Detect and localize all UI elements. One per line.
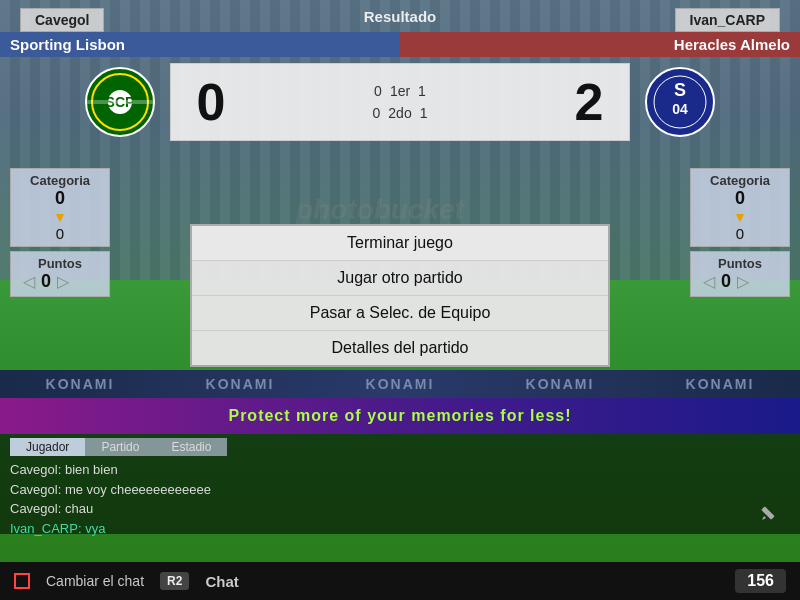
svg-text:S: S: [674, 80, 686, 100]
chat-button-label[interactable]: Chat: [205, 573, 238, 590]
r2-badge: R2: [160, 572, 189, 590]
top-bar: Cavegol Ivan_CARP: [0, 8, 800, 32]
chat-line-1: Cavegol: bien bien: [10, 460, 790, 480]
menu-item-detalles[interactable]: Detalles del partido: [192, 331, 608, 365]
categoria-right-arrow: ▼: [703, 209, 777, 225]
puntos-left-value: 0: [41, 271, 51, 292]
puntos-left-label: Puntos: [23, 256, 97, 271]
konami-label-1: KONAMI: [46, 376, 115, 392]
score-box: 0 0 1er 1 0 2do 1 2: [170, 63, 630, 141]
menu-item-jugar[interactable]: Jugar otro partido: [192, 261, 608, 296]
period1-label: 1er: [390, 80, 410, 102]
score-right: 2: [569, 72, 609, 132]
categoria-left-value1: 0: [23, 188, 97, 209]
ad-text: Protect more of your memories for less!: [228, 407, 571, 425]
puntos-right-value: 0: [721, 271, 731, 292]
puntos-block-left: Puntos ◁ 0 ▷: [10, 251, 110, 297]
chat-tab-jugador[interactable]: Jugador: [10, 438, 85, 456]
player-left-name: Cavegol: [20, 8, 104, 32]
svg-marker-9: [762, 516, 766, 520]
period2-right: 1: [420, 102, 428, 124]
counter-value: 156: [735, 569, 786, 593]
chat-line-4: Ivan_CARP: vya: [10, 519, 790, 539]
konami-label-2: KONAMI: [206, 376, 275, 392]
puntos-block-right: Puntos ◁ 0 ▷: [690, 251, 790, 297]
categoria-left-label: Categoria: [23, 173, 97, 188]
chat-tab-partido[interactable]: Partido: [85, 438, 155, 456]
score-section: SCP 0 0 1er 1 0 2do 1 2 S 04: [80, 62, 720, 142]
chat-tab-estadio[interactable]: Estadio: [155, 438, 227, 456]
chat-line-2: Cavegol: me voy cheeeeeeeeeeee: [10, 480, 790, 500]
chat-icon: [14, 573, 30, 589]
ad-banner: Protect more of your memories for less!: [0, 398, 800, 434]
chat-area: Jugador Partido Estadio Cavegol: bien bi…: [0, 434, 800, 534]
team-right-name: Heracles Almelo: [400, 32, 800, 57]
stat-block-right: Categoria 0 ▼ 0: [690, 168, 790, 247]
game-menu: Terminar juego Jugar otro partido Pasar …: [190, 224, 610, 367]
team-left-logo: SCP: [80, 62, 160, 142]
puntos-right-label: Puntos: [703, 256, 777, 271]
period2-left: 0: [373, 102, 381, 124]
menu-item-terminar[interactable]: Terminar juego: [192, 226, 608, 261]
pencil-icon: [760, 500, 782, 522]
period-scores: 0 1er 1 0 2do 1: [251, 80, 549, 125]
team-header: Sporting Lisbon Heracles Almelo: [0, 32, 800, 57]
team-right-logo: S 04: [640, 62, 720, 142]
period2-label: 2do: [388, 102, 411, 124]
konami-label-3: KONAMI: [366, 376, 435, 392]
period1-left: 0: [374, 80, 382, 102]
cambiar-el-chat-label: Cambiar el chat: [46, 573, 144, 589]
konami-strip: KONAMI KONAMI KONAMI KONAMI KONAMI: [0, 370, 800, 398]
categoria-right-value1: 0: [703, 188, 777, 209]
bottom-bar: Cambiar el chat R2 Chat 156: [0, 562, 800, 600]
categoria-right-value2: 0: [703, 225, 777, 242]
score-left: 0: [191, 72, 231, 132]
player-right-name: Ivan_CARP: [675, 8, 780, 32]
categoria-left-value2: 0: [23, 225, 97, 242]
svg-text:04: 04: [672, 101, 688, 117]
chat-line-3: Cavegol: chau: [10, 499, 790, 519]
konami-label-4: KONAMI: [526, 376, 595, 392]
chat-tabs: Jugador Partido Estadio: [10, 438, 790, 456]
menu-item-pasar[interactable]: Pasar a Selec. de Equipo: [192, 296, 608, 331]
stat-block-left: Categoria 0 ▼ 0: [10, 168, 110, 247]
categoria-left-arrow: ▼: [23, 209, 97, 225]
konami-label-5: KONAMI: [686, 376, 755, 392]
categoria-right-label: Categoria: [703, 173, 777, 188]
svg-rect-4: [86, 100, 154, 104]
period1-right: 1: [418, 80, 426, 102]
team-left-name: Sporting Lisbon: [0, 32, 400, 57]
